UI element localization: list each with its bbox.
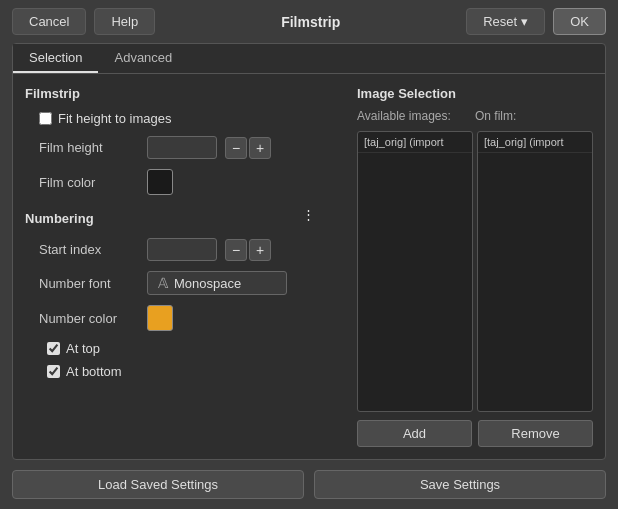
fit-height-label: Fit height to images [58, 111, 171, 126]
tab-selection[interactable]: Selection [13, 44, 98, 73]
reset-label: Reset [483, 14, 517, 29]
number-font-label: Number font [39, 276, 139, 291]
font-icon: 𝔸 [158, 275, 168, 291]
at-top-checkbox[interactable] [47, 342, 60, 355]
film-color-label: Film color [39, 175, 139, 190]
available-images-label: Available images: [357, 109, 475, 123]
filmstrip-section-title: Filmstrip [25, 86, 345, 101]
left-panel: Filmstrip Fit height to images Film heig… [25, 86, 345, 447]
number-color-row: Number color [39, 305, 345, 331]
numbering-section: Numbering ⋮ [25, 211, 345, 234]
number-font-selector[interactable]: 𝔸 Monospace [147, 271, 287, 295]
top-bar-left: Cancel Help [12, 8, 155, 35]
top-bar-right: Reset ▾ OK [466, 8, 606, 35]
at-bottom-label: At bottom [66, 364, 122, 379]
image-lists-header: Available images: On film: [357, 109, 593, 123]
at-bottom-checkbox[interactable] [47, 365, 60, 378]
reset-button[interactable]: Reset ▾ [466, 8, 545, 35]
dialog-title: Filmstrip [155, 14, 466, 30]
number-font-row: Number font 𝔸 Monospace [39, 271, 345, 295]
image-actions: Add Remove [357, 420, 593, 447]
ok-button[interactable]: OK [553, 8, 606, 35]
add-button[interactable]: Add [357, 420, 472, 447]
main-panel: Selection Advanced Filmstrip Fit height … [12, 43, 606, 460]
film-height-row: Film height 300 − + [39, 136, 345, 159]
at-bottom-row: At bottom [47, 364, 345, 379]
numbering-section-title: Numbering [25, 211, 94, 226]
number-color-label: Number color [39, 311, 139, 326]
save-settings-button[interactable]: Save Settings [314, 470, 606, 499]
start-index-label: Start index [39, 242, 139, 257]
at-top-label: At top [66, 341, 100, 356]
reset-arrow-icon: ▾ [521, 14, 528, 29]
right-panel: Image Selection Available images: On fil… [357, 86, 593, 447]
tab-advanced[interactable]: Advanced [98, 44, 188, 73]
image-lists: [taj_orig] (import [taj_orig] (import [357, 131, 593, 412]
tabs: Selection Advanced [13, 44, 605, 74]
font-name: Monospace [174, 276, 241, 291]
numbering-title-row: Numbering ⋮ [25, 211, 345, 232]
list-item[interactable]: [taj_orig] (import [478, 132, 592, 153]
film-height-input[interactable]: 300 [147, 136, 217, 159]
remove-button[interactable]: Remove [478, 420, 593, 447]
start-index-input[interactable]: 1 [147, 238, 217, 261]
top-bar: Cancel Help Filmstrip Reset ▾ OK [0, 0, 618, 43]
on-film-list[interactable]: [taj_orig] (import [477, 131, 593, 412]
start-index-decrement[interactable]: − [225, 239, 247, 261]
number-color-swatch[interactable] [147, 305, 173, 331]
start-index-stepper: − + [225, 239, 271, 261]
on-film-label: On film: [475, 109, 593, 123]
content-area: Filmstrip Fit height to images Film heig… [13, 74, 605, 459]
load-settings-button[interactable]: Load Saved Settings [12, 470, 304, 499]
start-index-increment[interactable]: + [249, 239, 271, 261]
film-color-row: Film color [39, 169, 345, 195]
available-images-list[interactable]: [taj_orig] (import [357, 131, 473, 412]
film-height-label: Film height [39, 140, 139, 155]
bottom-bar: Load Saved Settings Save Settings [0, 470, 618, 509]
film-height-decrement[interactable]: − [225, 137, 247, 159]
fit-height-checkbox[interactable] [39, 112, 52, 125]
fit-height-row: Fit height to images [39, 111, 345, 126]
numbering-menu-dots[interactable]: ⋮ [302, 207, 335, 222]
at-top-row: At top [47, 341, 345, 356]
cancel-button[interactable]: Cancel [12, 8, 86, 35]
film-height-increment[interactable]: + [249, 137, 271, 159]
help-button[interactable]: Help [94, 8, 155, 35]
film-color-swatch[interactable] [147, 169, 173, 195]
film-height-stepper: − + [225, 137, 271, 159]
image-selection-title: Image Selection [357, 86, 593, 101]
list-item[interactable]: [taj_orig] (import [358, 132, 472, 153]
start-index-row: Start index 1 − + [39, 238, 345, 261]
